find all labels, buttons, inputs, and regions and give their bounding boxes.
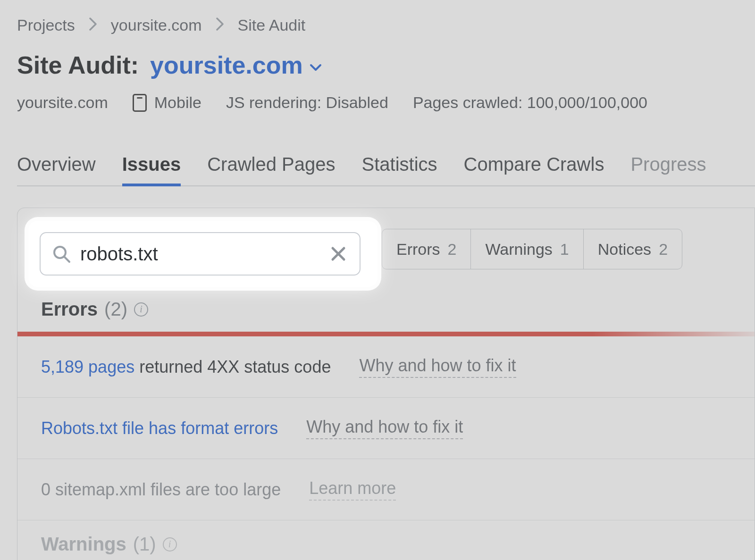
issue-row: 5,189 pages returned 4XX status code Why… <box>17 336 755 398</box>
search-input[interactable] <box>80 243 319 265</box>
section-header-warnings: Warnings (1) i <box>41 534 177 555</box>
issue-text-muted: 0 sitemap.xml files are too large <box>41 480 281 500</box>
filter-pills: Errors 2 Warnings 1 Notices 2 <box>382 229 682 269</box>
highlight-spot <box>28 221 378 287</box>
mobile-icon <box>133 94 147 112</box>
severity-bar <box>17 332 755 336</box>
meta-pages-crawled: Pages crawled: 100,000/100,000 <box>413 93 647 112</box>
search-icon <box>52 244 71 263</box>
info-icon[interactable]: i <box>134 302 148 317</box>
issue-link[interactable]: Robots.txt file has format errors <box>41 418 278 438</box>
issue-link[interactable]: 5,189 pages <box>41 357 134 376</box>
filter-errors[interactable]: Errors 2 <box>382 229 471 269</box>
svg-line-1 <box>65 257 69 262</box>
svg-point-0 <box>54 247 66 258</box>
issue-title: 5,189 pages returned 4XX status code <box>41 357 331 377</box>
breadcrumb-item-projects[interactable]: Projects <box>17 16 75 34</box>
tab-crawled-pages[interactable]: Crawled Pages <box>207 154 335 175</box>
issue-row: Robots.txt file has format errors Why an… <box>17 398 755 459</box>
breadcrumb-item-domain[interactable]: yoursite.com <box>111 16 202 34</box>
tab-progress[interactable]: Progress <box>630 154 706 175</box>
filter-warnings-label: Warnings <box>485 240 552 259</box>
filter-warnings-count: 1 <box>560 240 569 259</box>
chevron-right-icon <box>88 16 98 34</box>
section-header-errors-count: (2) <box>104 299 127 320</box>
search-box <box>40 232 361 276</box>
section-header-warnings-count: (1) <box>133 534 156 555</box>
breadcrumb-item-section[interactable]: Site Audit <box>238 16 306 34</box>
meta-device: Mobile <box>133 93 201 112</box>
tabs: Overview Issues Crawled Pages Statistics… <box>17 154 755 186</box>
meta-row: yoursite.com Mobile JS rendering: Disabl… <box>17 93 647 112</box>
learn-more-link[interactable]: Learn more <box>309 478 396 501</box>
tab-statistics[interactable]: Statistics <box>361 154 437 175</box>
tab-issues[interactable]: Issues <box>122 154 181 175</box>
filter-notices-label: Notices <box>598 240 651 259</box>
chevron-right-icon <box>215 16 225 34</box>
info-icon[interactable]: i <box>163 537 177 552</box>
filter-notices[interactable]: Notices 2 <box>584 229 682 269</box>
filter-notices-count: 2 <box>659 240 668 259</box>
issue-text: returned 4XX status code <box>134 357 331 376</box>
meta-domain: yoursite.com <box>17 93 108 112</box>
meta-device-label: Mobile <box>154 93 201 112</box>
meta-js-rendering: JS rendering: Disabled <box>226 93 388 112</box>
filter-errors-label: Errors <box>396 240 440 259</box>
domain-dropdown-label: yoursite.com <box>150 51 303 79</box>
chevron-down-icon <box>310 51 322 79</box>
filter-errors-count: 2 <box>448 240 457 259</box>
tab-compare-crawls[interactable]: Compare Crawls <box>464 154 604 175</box>
issue-row: 0 sitemap.xml files are too large Learn … <box>17 459 755 520</box>
clear-search-button[interactable] <box>328 243 348 264</box>
breadcrumb: Projects yoursite.com Site Audit <box>17 16 305 34</box>
domain-dropdown[interactable]: yoursite.com <box>150 51 322 79</box>
why-how-link[interactable]: Why and how to fix it <box>306 417 463 439</box>
page-title: Site Audit: yoursite.com <box>17 51 322 79</box>
why-how-link[interactable]: Why and how to fix it <box>359 356 516 378</box>
tab-overview[interactable]: Overview <box>17 154 96 175</box>
page-title-prefix: Site Audit: <box>17 51 139 79</box>
filter-warnings[interactable]: Warnings 1 <box>471 229 583 269</box>
section-header-warnings-label: Warnings <box>41 534 126 555</box>
section-header-errors: Errors (2) i <box>41 299 148 320</box>
section-header-errors-label: Errors <box>41 299 98 320</box>
